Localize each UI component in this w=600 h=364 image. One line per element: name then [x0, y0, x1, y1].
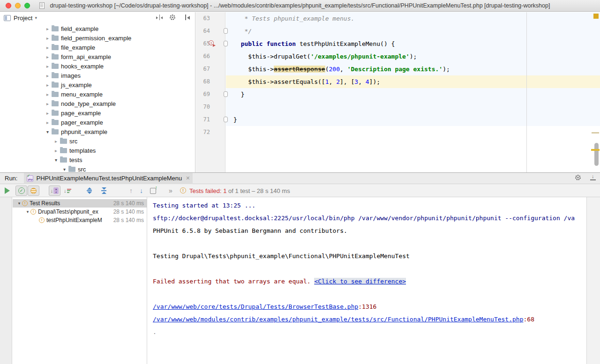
fold-start-marker[interactable] — [224, 28, 228, 34]
chevron-down-icon[interactable]: ▾ — [53, 157, 59, 163]
folder-icon — [60, 157, 67, 163]
sort-alphabetically-toggle[interactable]: ↓az — [49, 186, 60, 196]
test-tree-item[interactable]: !testPhpUnitExampleM28 s 140 ms — [13, 216, 147, 224]
code-line[interactable]: $this->drupalGet('/examples/phpunit-exam… — [226, 50, 600, 63]
console-right-toolbar: ↑ ↓ ↓ — [586, 197, 600, 364]
code-line[interactable] — [226, 101, 600, 113]
failed-test-icon[interactable]: ! — [209, 40, 215, 46]
project-settings-gear-icon[interactable] — [169, 14, 178, 21]
chevron-right-icon[interactable]: ▸ — [45, 92, 51, 97]
tree-item-page_example[interactable]: ▸page_example — [0, 108, 195, 118]
rerun-button[interactable] — [5, 186, 10, 196]
folder-icon — [60, 139, 67, 144]
fold-end-marker[interactable] — [224, 117, 228, 122]
tree-item-src[interactable]: ▸src — [0, 136, 195, 146]
project-panel-title[interactable]: Project — [14, 15, 32, 22]
hide-panel-icon[interactable] — [185, 14, 191, 21]
chevron-right-icon[interactable]: ▸ — [45, 111, 51, 116]
php-file-icon: php ✓ — [27, 175, 33, 182]
next-failed-test-button[interactable]: ↓ — [140, 186, 143, 196]
chevron-right-icon[interactable]: ▸ — [45, 73, 51, 78]
tree-item-node_type_example[interactable]: ▸node_type_example — [0, 99, 195, 108]
code-token: $this->assertEquals([ — [233, 78, 325, 85]
tree-item-label: src — [69, 138, 77, 145]
more-actions-chevron-icon[interactable]: » — [169, 186, 172, 196]
locate-file-icon[interactable] — [156, 14, 163, 21]
tree-item-pager_example[interactable]: ▸pager_example — [0, 118, 195, 127]
editor[interactable]: 636465!66676869707172 * Tests phpunit_ex… — [196, 12, 600, 172]
console-link[interactable]: /var/www/web/modules/contrib/examples/ph… — [153, 316, 524, 323]
sort-by-duration-toggle[interactable]: ↓ — [64, 186, 71, 196]
expand-all-button[interactable] — [87, 186, 92, 196]
show-passed-toggle[interactable]: ✓ — [15, 186, 27, 196]
code-line[interactable]: */ — [226, 25, 600, 37]
chevron-right-icon[interactable]: ▸ — [45, 64, 51, 69]
code-token: * Tests phpunit_example menus. — [233, 15, 354, 22]
error-stripe-mark[interactable] — [591, 149, 600, 151]
chevron-right-icon[interactable]: ▸ — [45, 120, 51, 125]
chevron-right-icon[interactable]: ▸ — [45, 45, 51, 50]
chevron-right-icon[interactable]: ▸ — [45, 36, 51, 41]
previous-failed-test-button[interactable]: ↑ — [129, 186, 133, 196]
error-stripe-mark[interactable] — [592, 132, 599, 134]
close-tab-icon[interactable]: ✕ — [186, 175, 190, 181]
chevron-right-icon[interactable]: ▸ — [45, 26, 51, 31]
run-settings-gear-icon[interactable] — [575, 174, 584, 181]
tree-item-label: form_api_example — [61, 53, 111, 60]
code-area[interactable]: * Tests phpunit_example menus. */ public… — [226, 12, 600, 172]
code-line[interactable]: public function testPhpUnitExampleMenu()… — [226, 37, 600, 50]
gutter-row: 65! — [196, 37, 225, 50]
chevron-right-icon[interactable]: ▸ — [45, 82, 51, 88]
line-number: 67 — [196, 63, 210, 75]
tree-item-templates[interactable]: ▸templates — [0, 146, 195, 155]
code-token: 'Description page exists.' — [347, 66, 443, 73]
chevron-down-icon[interactable]: ▾ — [25, 209, 30, 214]
export-test-results-button[interactable]: ↑ — [150, 186, 156, 196]
console-link[interactable]: <Click to see difference> — [314, 278, 406, 285]
tree-item-menu_example[interactable]: ▸menu_example — [0, 89, 195, 99]
chevron-right-icon[interactable]: ▸ — [45, 101, 51, 106]
console-link[interactable]: /var/www/web/core/tests/Drupal/Tests/Bro… — [153, 303, 358, 310]
code-line[interactable]: * Tests phpunit_example menus. — [226, 12, 600, 25]
tree-item-file_example[interactable]: ▸file_example — [0, 43, 195, 52]
fold-end-marker[interactable] — [224, 91, 228, 97]
chevron-right-icon[interactable]: ▸ — [45, 54, 51, 59]
code-line[interactable]: $this->assertEquals([1, 2], [3, 4]); — [226, 75, 600, 88]
test-console-output[interactable]: Testing started at 13:25 ...sftp://docke… — [147, 197, 586, 364]
tree-item-form_api_example[interactable]: ▸form_api_example — [0, 52, 195, 61]
code-line[interactable]: } — [226, 113, 600, 126]
test-tree-item[interactable]: ▾!Drupal\Tests\phpunit_ex28 s 140 ms — [13, 208, 147, 216]
fold-start-marker[interactable] — [224, 41, 228, 46]
hide-run-panel-icon[interactable]: ↓ — [590, 174, 596, 181]
inspection-status-icon[interactable] — [593, 14, 599, 19]
test-duration: 28 s 140 ms — [113, 217, 144, 223]
tree-item-tests[interactable]: ▾tests — [0, 155, 195, 164]
chevron-down-icon[interactable]: ▾ — [61, 167, 68, 172]
show-ignored-toggle[interactable] — [28, 186, 39, 196]
tree-item-field_permission_example[interactable]: ▸field_permission_example — [0, 33, 195, 43]
tree-item-images[interactable]: ▸images — [0, 71, 195, 80]
run-configuration-tab[interactable]: php ✓ PHPUnitExampleMenuTest.testPhpUnit… — [24, 173, 193, 184]
code-line[interactable] — [226, 126, 600, 139]
test-tree-item[interactable]: ▾!Test Results28 s 140 ms — [13, 199, 147, 208]
code-line[interactable]: $this->assertResponse(200, 'Description … — [226, 63, 600, 75]
gutter-row: 68 — [196, 75, 225, 88]
tree-item-label: hooks_example — [61, 63, 104, 70]
code-line[interactable]: } — [226, 88, 600, 101]
run-tab-title: PHPUnitExampleMenuTest.testPhpUnitExampl… — [36, 175, 182, 182]
chevron-right-icon[interactable]: ▸ — [53, 139, 59, 144]
collapse-all-button[interactable] — [101, 186, 106, 196]
chevron-down-icon[interactable]: ▾ — [45, 129, 51, 134]
tree-item-hooks_example[interactable]: ▸hooks_example — [0, 61, 195, 71]
code-token: 3 — [354, 78, 358, 85]
chevron-right-icon[interactable]: ▸ — [53, 148, 59, 153]
test-duration: 28 s 140 ms — [113, 200, 144, 207]
editor-scrollbar[interactable] — [594, 143, 599, 166]
tree-item-js_example[interactable]: ▸js_example — [0, 80, 195, 89]
tree-item-phpunit_example[interactable]: ▾phpunit_example — [0, 127, 195, 136]
tree-item-field_example[interactable]: ▸field_example — [0, 24, 195, 33]
line-number: 70 — [196, 101, 210, 113]
console-line: /var/www/web/core/tests/Drupal/Tests/Bro… — [153, 300, 586, 313]
tree-item-src[interactable]: ▾src — [0, 164, 195, 172]
chevron-down-icon[interactable]: ▾ — [16, 201, 22, 206]
